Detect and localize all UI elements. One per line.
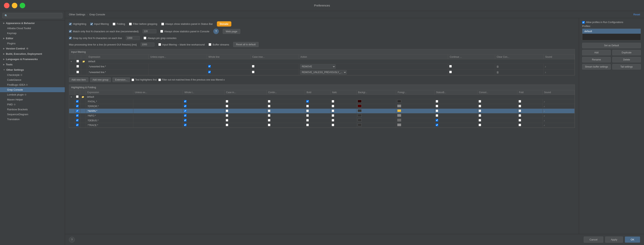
- info-console-checkbox[interactable]: [478, 114, 481, 117]
- whole-line-cell[interactable]: [207, 70, 250, 75]
- rename-button[interactable]: Rename: [582, 57, 611, 62]
- error-case-checkbox[interactable]: [226, 105, 228, 107]
- check-fatal[interactable]: [75, 99, 80, 104]
- error-checkbox[interactable]: [76, 105, 78, 107]
- trace-whole-checkbox[interactable]: [184, 124, 186, 126]
- trace-case[interactable]: [224, 123, 267, 128]
- info-case-checkbox[interactable]: [226, 114, 228, 117]
- sidebar-item-tools[interactable]: ▶ Tools: [0, 62, 65, 67]
- add-new-item-button[interactable]: Add new item: [69, 78, 88, 82]
- error-italic-checkbox[interactable]: [332, 105, 334, 107]
- folding-option[interactable]: Folding: [113, 22, 125, 26]
- input-filtering-blank-checkbox[interactable]: [158, 43, 161, 46]
- info-fg[interactable]: [396, 114, 434, 118]
- always-pin-grep-option[interactable]: Always pin grep consoles: [144, 37, 176, 40]
- fatal-bg-swatch[interactable]: [358, 100, 362, 102]
- case-cell[interactable]: [250, 64, 299, 70]
- warn-statusb-checkbox[interactable]: [436, 110, 438, 112]
- fatal-fg[interactable]: [396, 99, 434, 104]
- error-italic[interactable]: [330, 104, 356, 109]
- fatal-italic[interactable]: [330, 99, 356, 104]
- sidebar-item-alibaba-cloud[interactable]: Alibaba Cloud Toolkit: [0, 26, 65, 31]
- duplicate-button[interactable]: Duplicate: [612, 50, 641, 55]
- warn-continue[interactable]: [266, 109, 305, 114]
- always-show-status-bar-checkbox[interactable]: [161, 23, 164, 26]
- sidebar-item-plugins[interactable]: Plugins: [0, 41, 65, 46]
- ok-button[interactable]: OK: [625, 236, 640, 243]
- allow-profiles-checkbox[interactable]: [582, 21, 585, 24]
- debug-case-checkbox[interactable]: [226, 119, 228, 122]
- info-statusb[interactable]: [434, 114, 477, 118]
- debug-fg-swatch[interactable]: [397, 119, 401, 122]
- warn-italic[interactable]: [330, 109, 356, 114]
- continue-checkbox[interactable]: [449, 65, 452, 68]
- extension-button[interactable]: Extension...: [112, 78, 130, 82]
- info-bold[interactable]: [305, 114, 330, 118]
- error-console-checkbox[interactable]: [478, 105, 481, 107]
- buffer-streams-checkbox[interactable]: [208, 43, 211, 46]
- error-bold[interactable]: [305, 104, 330, 109]
- trace-fold-checkbox[interactable]: [518, 124, 521, 126]
- check-debug[interactable]: [75, 118, 80, 123]
- error-continue[interactable]: [266, 104, 305, 109]
- case-checkbox[interactable]: [252, 71, 254, 73]
- clear-con-cell[interactable]: 🗑: [495, 64, 544, 70]
- fatal-case-checkbox[interactable]: [226, 100, 228, 102]
- info-italic-checkbox[interactable]: [332, 114, 334, 117]
- clear-con-cell[interactable]: 🗑: [495, 70, 544, 75]
- debug-whole[interactable]: [183, 118, 224, 123]
- warn-italic-checkbox[interactable]: [332, 110, 334, 112]
- error-sound[interactable]: ♪: [542, 104, 574, 109]
- help-button-footer[interactable]: ?: [69, 237, 75, 243]
- error-case[interactable]: [224, 104, 267, 109]
- warn-bold-checkbox[interactable]: [306, 110, 309, 112]
- sidebar-item-findbugs[interactable]: FindBugs–IDEA ⚙: [0, 82, 65, 87]
- trace-italic-checkbox[interactable]: [332, 124, 334, 126]
- fatal-console[interactable]: [477, 99, 517, 104]
- trace-console[interactable]: [477, 123, 517, 128]
- trace-fg[interactable]: [396, 123, 434, 128]
- cancel-button[interactable]: Cancel: [584, 236, 603, 243]
- debug-italic[interactable]: [330, 118, 356, 123]
- fatal-checkbox[interactable]: [76, 100, 78, 102]
- sidebar-item-lombok[interactable]: Lombok plugin ⚙: [0, 92, 65, 97]
- warn-whole-checkbox[interactable]: [184, 110, 186, 112]
- debug-bg-swatch[interactable]: [358, 119, 362, 122]
- action-cell[interactable]: REMOVE_UNLESS_PREVIOUSLY_...: [299, 70, 448, 75]
- search-box[interactable]: [0, 11, 65, 20]
- delete-button[interactable]: Delete: [612, 57, 641, 62]
- warn-fg-swatch[interactable]: [397, 109, 401, 112]
- fatal-statusb-checkbox[interactable]: [436, 100, 438, 102]
- sidebar-item-checkstyle[interactable]: Checkstyle ⚙: [0, 72, 65, 78]
- info-bg[interactable]: [356, 114, 396, 118]
- case-checkbox[interactable]: [252, 65, 254, 68]
- whole-line-checkbox[interactable]: [208, 71, 211, 73]
- debug-continue[interactable]: [266, 118, 305, 123]
- warn-console-checkbox[interactable]: [478, 110, 481, 112]
- filter-not-matched-option[interactable]: Filter out not matched lines if the prev…: [158, 78, 225, 82]
- error-bg[interactable]: [356, 104, 396, 109]
- match-first-n-input[interactable]: [142, 29, 156, 33]
- highlighting-option[interactable]: Highlighting: [69, 22, 86, 26]
- filter-before-grepping-checkbox[interactable]: [129, 23, 132, 26]
- trace-bg[interactable]: [356, 123, 396, 128]
- add-new-group-button[interactable]: Add new group: [90, 78, 111, 82]
- trace-case-checkbox[interactable]: [226, 124, 228, 126]
- warn-fold-checkbox[interactable]: [518, 110, 521, 112]
- web-page-button[interactable]: Web page: [223, 29, 240, 34]
- always-show-status-bar-option[interactable]: Always show statistics panel in Status B…: [161, 22, 213, 26]
- info-bg-swatch[interactable]: [358, 114, 362, 117]
- debug-checkbox[interactable]: [76, 119, 78, 122]
- tail-settings-button[interactable]: Tail settings: [612, 64, 641, 70]
- input-filtering-option[interactable]: Input filtering: [90, 22, 109, 26]
- debug-sound-icon[interactable]: ♪: [544, 119, 545, 122]
- sidebar-item-maven-helper[interactable]: Maven Helper: [0, 97, 65, 102]
- debug-bold-checkbox[interactable]: [306, 119, 309, 122]
- info-fold[interactable]: [517, 114, 542, 118]
- debug-bg[interactable]: [356, 118, 396, 123]
- trace-bold[interactable]: [305, 123, 330, 128]
- warn-bg[interactable]: [356, 109, 396, 114]
- warn-whole[interactable]: [183, 109, 224, 114]
- info-fold-checkbox[interactable]: [518, 114, 521, 117]
- profiles-list[interactable]: default: [582, 28, 641, 40]
